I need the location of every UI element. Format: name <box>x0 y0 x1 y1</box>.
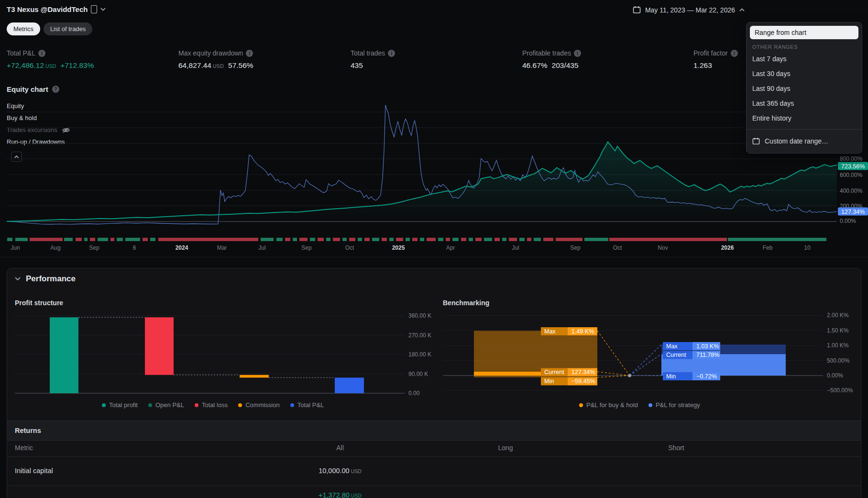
returns-row-open-p-l[interactable]: Open P&L+1,372.80USD <box>7 486 861 498</box>
legend-item-open-p-l[interactable]: Open P&L <box>148 401 184 409</box>
legend-dot <box>648 403 652 407</box>
dropdown-item-last-90-days[interactable]: Last 90 days <box>747 81 862 96</box>
info-icon[interactable]: i <box>388 50 395 57</box>
stat-label: Total P&Li <box>7 49 94 57</box>
trade-strip-segment <box>519 238 525 241</box>
svg-text:−0.72%: −0.72% <box>696 373 717 380</box>
equity-x-label[interactable]: 2025 <box>392 244 405 251</box>
info-icon[interactable]: i <box>574 50 581 57</box>
trade-strip-segment <box>446 238 450 241</box>
benchmarking-y-label: −500.00% <box>827 387 853 394</box>
benchmarking-y-label: 1.50 K% <box>827 327 848 334</box>
returns-section-header[interactable]: Returns <box>7 421 861 441</box>
equity-x-label[interactable]: Nov <box>658 244 668 251</box>
trade-strip-segment <box>502 238 506 241</box>
equity-chart[interactable] <box>7 98 837 242</box>
dropdown-item-entire-history[interactable]: Entire history <box>747 111 862 126</box>
equity-x-label[interactable]: Oct <box>613 244 622 251</box>
legend-item-total-loss[interactable]: Total loss <box>195 401 228 409</box>
equity-x-label[interactable]: Oct <box>345 244 354 251</box>
benchmarking-chart[interactable]: Max1.49 K%Current127.34%Min−59.45%Max1.0… <box>443 310 831 397</box>
info-icon[interactable]: i <box>38 50 45 57</box>
trade-strip-segment <box>484 238 492 241</box>
equity-y-label: 400.00% <box>840 188 862 194</box>
profit-structure-chart[interactable] <box>15 310 412 397</box>
legend-label: Total profit <box>109 401 138 409</box>
trade-strip-segment <box>412 238 418 241</box>
stat-value: 1.263 <box>693 61 738 70</box>
stat-value-part: 46.67% <box>522 61 548 70</box>
trade-strip-segment <box>333 238 340 241</box>
dropdown-item-last-7-days[interactable]: Last 7 days <box>747 52 862 66</box>
trade-strip-segment <box>98 238 108 241</box>
tab-metrics[interactable]: Metrics <box>7 22 40 35</box>
equity-y-label: 0.00% <box>840 218 856 224</box>
stat-value-part: +712.83% <box>60 61 94 70</box>
legend-item-commission[interactable]: Commission <box>238 401 280 409</box>
legend-label: P&L for strategy <box>656 401 700 409</box>
equity-x-label[interactable]: Aug <box>50 244 60 251</box>
legend-item-total-profit[interactable]: Total profit <box>102 401 138 409</box>
stat-value-part: 435 <box>351 61 363 70</box>
svg-text:Max: Max <box>544 328 556 335</box>
profit-y-label: 0.00 <box>408 390 419 397</box>
equity-x-label[interactable]: Apr <box>446 244 455 251</box>
stat-label-text: Total trades <box>351 49 385 57</box>
equity-x-label[interactable]: 6 <box>133 244 136 251</box>
equity-x-label[interactable]: Mar <box>217 244 227 251</box>
equity-x-label[interactable]: 2024 <box>176 244 188 251</box>
trade-strip-segment <box>534 238 541 241</box>
equity-x-label[interactable]: 10 <box>804 244 810 251</box>
strategy-title: T3 Nexus @DaviddTech <box>7 5 88 13</box>
trade-strip-segment <box>293 238 297 241</box>
trade-strip-segment <box>584 238 608 241</box>
returns-col-short: Short <box>668 444 684 452</box>
calendar-icon <box>633 6 641 14</box>
dropdown-item-range-from-chart[interactable]: Range from chart <box>750 26 858 39</box>
equity-x-label[interactable]: Jul <box>258 244 265 251</box>
returns-table-header: MetricAllLongShort <box>7 440 861 457</box>
trade-strip-segment <box>261 238 274 241</box>
trade-strip-segment <box>318 238 324 241</box>
equity-x-label[interactable]: 2026 <box>721 244 734 251</box>
equity-chart-title: Equity chart ? <box>7 85 59 93</box>
returns-row-initial-capital[interactable]: Initial capital10,000.00USD <box>7 457 861 486</box>
trade-strip-segment <box>469 238 473 241</box>
tab-list-of-trades[interactable]: List of trades <box>44 22 92 35</box>
equity-x-label[interactable]: Feb <box>763 244 773 251</box>
equity-x-label[interactable]: Sep <box>301 244 311 251</box>
stat-value-part: 57.56% <box>228 61 253 70</box>
dropdown-item-last-30-days[interactable]: Last 30 days <box>747 66 862 81</box>
equity-x-label[interactable]: Jul <box>512 244 519 251</box>
equity-x-label[interactable]: Sep <box>89 244 99 251</box>
chevron-up-icon <box>739 8 745 11</box>
equity-x-label[interactable]: Sep <box>570 244 580 251</box>
profit-y-label: 180.00 K <box>408 351 431 358</box>
strategy-title-row[interactable]: T3 Nexus @DaviddTech <box>7 5 106 13</box>
calendar-icon <box>752 137 760 145</box>
stat-label: Total tradesi <box>351 49 395 57</box>
date-range-control[interactable]: May 11, 2023 — Mar 22, 2026 <box>633 6 745 14</box>
equity-x-label[interactable]: Jun <box>11 244 20 251</box>
benchmarking-legend: P&L for buy & holdP&L for strategy <box>579 401 700 409</box>
info-icon[interactable]: i <box>246 50 253 57</box>
trade-strip-segment <box>150 238 155 241</box>
legend-dot <box>102 403 106 407</box>
help-icon[interactable]: ? <box>52 86 59 93</box>
trade-strip-segment <box>76 238 82 241</box>
legend-item-p-l-for-strategy[interactable]: P&L for strategy <box>648 401 700 409</box>
profit-structure-legend: Total profitOpen P&LTotal lossCommission… <box>102 401 324 409</box>
legend-item-p-l-for-buy-hold[interactable]: P&L for buy & hold <box>579 401 638 409</box>
dropdown-item-custom-date-range[interactable]: Custom date range… <box>747 133 862 149</box>
performance-header[interactable]: Performance <box>15 274 76 284</box>
trade-strip-segment <box>110 238 114 241</box>
stat-value: 64,827.44USD57.56% <box>178 61 253 70</box>
dropdown-item-last-365-days[interactable]: Last 365 days <box>747 96 862 111</box>
section-divider <box>0 257 868 257</box>
dropdown-divider <box>747 129 862 130</box>
dropdown-section-label: OTHER RANGES <box>752 44 862 50</box>
legend-item-total-p-l[interactable]: Total P&L <box>290 401 324 409</box>
info-icon[interactable]: i <box>731 50 738 57</box>
stat-value-part: USD <box>45 63 56 69</box>
stat-label-text: Profitable trades <box>522 49 571 57</box>
